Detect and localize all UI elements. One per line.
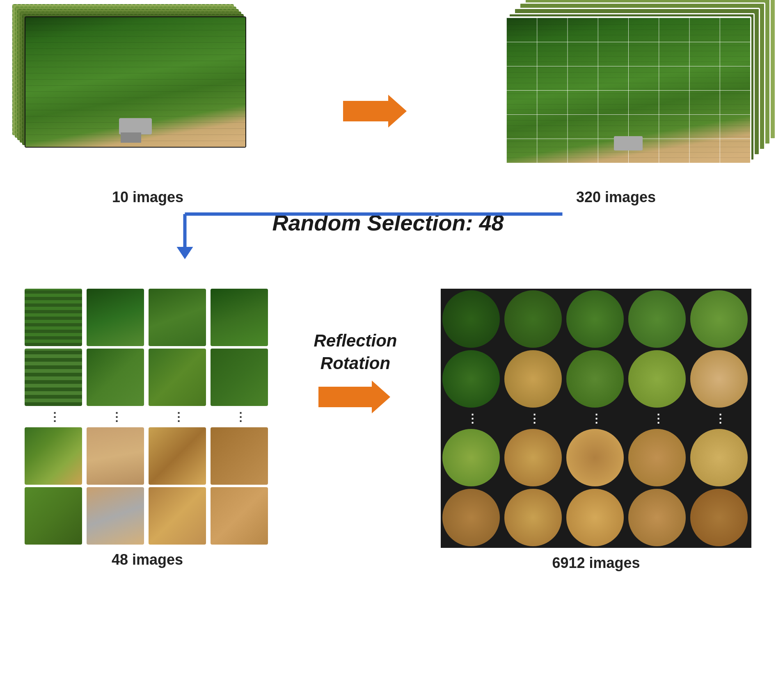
grid-cell-1-1 — [25, 289, 82, 346]
right-cell-2-3 — [566, 350, 624, 408]
right-cell-5-4 — [628, 489, 686, 546]
grid-cell-2-1 — [25, 349, 82, 406]
right-stack-main — [505, 16, 751, 164]
dots-r-2: ⋮ — [504, 410, 564, 426]
left-image-count: 10 images — [112, 189, 183, 206]
bottom-row: ⋮ ⋮ ⋮ ⋮ 48 images Reflection Rot — [25, 289, 751, 572]
grid-cell-4-3 — [149, 427, 206, 485]
main-container: 10 images 320 — [0, 0, 776, 700]
right-image-count: 320 images — [576, 189, 656, 206]
right-cell-1-1 — [442, 290, 500, 348]
grid-cell-2-3 — [149, 349, 206, 406]
grid-cell-2-4 — [211, 349, 268, 406]
right-cell-1-2 — [504, 290, 562, 348]
reflection-text: Reflection — [314, 331, 397, 350]
bottom-right-label: 6912 images — [552, 554, 640, 572]
right-cell-1-5 — [690, 290, 748, 348]
random-selection-label: Random Selection: 48 — [272, 210, 504, 235]
right-cell-4-5 — [690, 429, 748, 486]
bottom-left-section: ⋮ ⋮ ⋮ ⋮ 48 images — [25, 289, 270, 568]
grid-cell-2-2 — [87, 349, 144, 406]
grid-cell-5-3 — [149, 487, 206, 545]
grid-cell-5-2 — [87, 487, 144, 545]
top-right-section: 320 images — [481, 16, 751, 206]
right-cell-5-1 — [442, 489, 500, 546]
right-cell-4-1 — [442, 429, 500, 486]
bottom-right-section: ⋮ ⋮ ⋮ ⋮ ⋮ 6912 images — [441, 289, 751, 572]
right-cell-2-5 — [690, 350, 748, 408]
left-image-grid: ⋮ ⋮ ⋮ ⋮ — [25, 289, 270, 545]
reflection-label: Reflection Rotation — [314, 330, 397, 374]
right-cell-1-4 — [628, 290, 686, 348]
right-cell-5-2 — [504, 489, 562, 546]
transform-section: Reflection Rotation — [314, 289, 397, 415]
grid-cell-5-1 — [25, 487, 82, 545]
top-orange-arrow — [343, 93, 409, 130]
top-row: 10 images 320 — [25, 16, 751, 206]
stack-layer-main — [25, 16, 246, 148]
grid-cell-1-4 — [211, 289, 268, 346]
right-cell-2-2 — [504, 350, 562, 408]
right-cell-2-1 — [442, 350, 500, 408]
right-cell-4-2 — [504, 429, 562, 486]
bottom-orange-arrow — [318, 379, 392, 415]
dots-1-2: ⋮ — [87, 408, 146, 425]
rotation-text: Rotation — [320, 353, 390, 373]
right-cell-4-3 — [566, 429, 624, 486]
orange-arrow-svg — [343, 93, 409, 130]
right-stacked-images — [481, 16, 751, 180]
grid-cell-5-4 — [211, 487, 268, 545]
dots-r-1: ⋮ — [442, 410, 502, 426]
left-stacked-images — [25, 16, 271, 180]
grid-cell-4-4 — [211, 427, 268, 485]
right-cell-5-3 — [566, 489, 624, 546]
right-image-grid: ⋮ ⋮ ⋮ ⋮ ⋮ — [441, 289, 751, 548]
svg-marker-4 — [318, 381, 390, 413]
dots-1-1: ⋮ — [25, 408, 84, 425]
right-cell-4-4 — [628, 429, 686, 486]
dots-r-3: ⋮ — [566, 410, 626, 426]
grid-cell-1-3 — [149, 289, 206, 346]
random-selection-section: Random Selection: 48 — [25, 210, 751, 235]
grid-cell-1-2 — [87, 289, 144, 346]
right-cell-5-5 — [690, 489, 748, 546]
svg-marker-0 — [343, 95, 407, 128]
grid-cell-4-2 — [87, 427, 144, 485]
dots-1-4: ⋮ — [211, 408, 270, 425]
svg-marker-3 — [177, 247, 193, 259]
right-cell-2-4 — [628, 350, 686, 408]
bottom-left-label: 48 images — [112, 551, 183, 568]
dots-1-3: ⋮ — [149, 408, 208, 425]
grid-cell-4-1 — [25, 427, 82, 485]
dots-r-4: ⋮ — [628, 410, 688, 426]
right-cell-1-3 — [566, 290, 624, 348]
top-left-section: 10 images — [25, 16, 271, 206]
dots-r-5: ⋮ — [690, 410, 750, 426]
